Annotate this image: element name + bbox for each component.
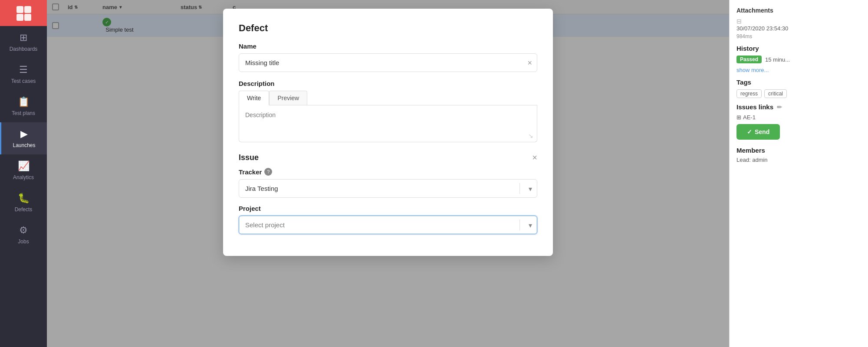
member-lead-row: Lead: admin [736,157,861,163]
svg-rect-3 [24,14,31,21]
select-divider [519,183,520,194]
history-time: 15 minu... [765,56,790,63]
tracker-help-icon[interactable]: ? [264,168,272,176]
sidebar: ⊞ Dashboards ☰ Test cases 📋 Test plans ▶… [0,0,47,347]
tab-preview[interactable]: Preview [269,91,307,105]
issue-link-icon: ⊞ [736,114,741,121]
project-label: Project [239,205,537,212]
tracker-label-row: Tracker ? [239,168,537,176]
issue-section: Issue × Tracker ? Jira Testing ▾ Project [239,153,537,234]
project-select-divider [519,219,520,231]
dashboards-icon: ⊞ [20,32,27,43]
history-row: Passed 15 minu... [736,56,861,63]
sidebar-item-analytics[interactable]: 📈 Analytics [0,154,47,187]
members-label: Members [736,147,861,154]
tracker-select-wrap: Jira Testing ▾ [239,179,537,198]
sidebar-item-label: Jobs [18,239,29,245]
sidebar-item-launches[interactable]: ▶ Launches [0,122,47,154]
logo-icon [16,5,31,21]
project-input[interactable] [239,216,537,234]
sidebar-item-label: Test plans [12,110,35,116]
jobs-icon: ⚙ [19,225,28,236]
sidebar-item-jobs[interactable]: ⚙ Jobs [0,219,47,251]
tag-regress: regress [736,89,762,98]
analytics-icon: 📈 [18,160,30,172]
lead-value: admin [752,157,767,163]
issue-close-button[interactable]: × [532,153,537,163]
tracker-select[interactable]: Jira Testing [239,179,537,198]
issue-section-title: Issue [239,153,259,162]
name-clear-button[interactable]: × [527,59,532,67]
sidebar-item-label: Dashboards [10,46,38,52]
issues-links-label: Issues links ✏ [736,103,861,111]
issue-header-row: Issue × [239,153,537,163]
grid-icon[interactable]: ⊟ [736,18,742,25]
sidebar-item-label: Launches [13,142,35,148]
sidebar-item-test-plans[interactable]: 📋 Test plans [0,90,47,122]
tag-critical: critical [764,89,787,98]
right-panel: Attachments ⊟ 30/07/2020 23:54:30 984ms … [729,0,868,347]
description-textarea-wrap: ↘ [239,105,537,142]
tags-label: Tags [736,79,861,86]
modal-overlay[interactable]: Defect Name × Description Write Preview [47,0,729,347]
attachments-header: Attachments [736,7,861,14]
description-textarea[interactable] [239,105,537,140]
sidebar-item-label: Defects [15,206,33,213]
sidebar-item-label: Analytics [13,174,34,180]
sidebar-item-test-cases[interactable]: ☰ Test cases [0,58,47,90]
project-select-wrap: ▾ [239,216,537,234]
timestamp: 30/07/2020 23:54:30 [736,25,861,32]
name-field-label: Name [239,43,537,50]
tags-row: regress critical [736,89,861,98]
svg-rect-2 [16,14,23,21]
main-content: id ⇅ name ▼ status ⇅ c [47,0,729,347]
defects-icon: 🐛 [18,193,30,204]
sidebar-item-label: Test cases [11,78,36,84]
description-tabs: Write Preview [239,91,537,105]
checkmark-icon: ✓ [747,128,752,135]
send-button[interactable]: ✓ Send [736,124,780,140]
test-cases-icon: ☰ [19,64,28,75]
launches-icon: ▶ [20,128,28,140]
description-label: Description [239,80,537,87]
sidebar-item-dashboards[interactable]: ⊞ Dashboards [0,26,47,58]
defect-modal: Defect Name × Description Write Preview [223,9,553,256]
name-input-wrap: × [239,53,537,72]
description-section: Description Write Preview ↘ [239,80,537,142]
lead-label: Lead: [736,157,751,163]
test-plans-icon: 📋 [18,96,30,108]
show-more-link[interactable]: show more... [736,67,861,73]
history-label: History [736,45,861,52]
modal-title: Defect [239,23,537,34]
name-input[interactable] [239,53,537,72]
history-passed-badge: Passed [736,56,762,63]
issue-link-id[interactable]: AE-1 [743,114,756,121]
sidebar-item-defects[interactable]: 🐛 Defects [0,187,47,219]
app-logo [0,0,47,26]
issues-links-edit-icon[interactable]: ✏ [777,104,782,111]
duration: 984ms [736,33,861,39]
resize-icon: ↘ [528,132,533,139]
tracker-label: Tracker [239,168,262,176]
issue-link-row: ⊞ AE-1 [736,114,861,121]
svg-rect-0 [16,6,23,13]
svg-rect-1 [24,6,31,13]
tab-write[interactable]: Write [239,91,269,105]
